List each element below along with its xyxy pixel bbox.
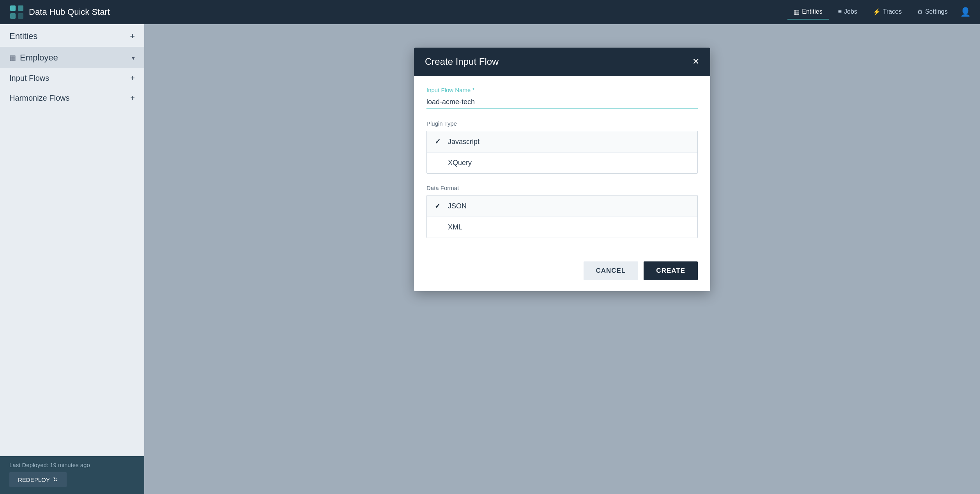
main-content: Create Input Flow ✕ Input Flow Name * Pl… xyxy=(144,24,980,494)
nav-link-entities[interactable]: ▦ Entities xyxy=(787,5,828,20)
logo-icon xyxy=(9,5,24,20)
input-flow-name-group: Input Flow Name * xyxy=(426,87,698,109)
create-button[interactable]: CREATE xyxy=(644,261,698,280)
user-icon[interactable]: 👤 xyxy=(960,7,971,17)
plugin-type-options: ✓ Javascript XQuery xyxy=(426,131,698,174)
input-flow-name-label: Input Flow Name * xyxy=(426,87,698,93)
data-format-group: Data Format ✓ JSON XML xyxy=(426,185,698,238)
traces-icon: ⚡ xyxy=(873,8,881,16)
deploy-time: Last Deployed: 19 minutes ago xyxy=(9,462,135,468)
entities-icon: ▦ xyxy=(794,8,800,16)
refresh-icon: ↻ xyxy=(53,476,58,483)
data-format-label: Data Format xyxy=(426,185,698,191)
svg-rect-1 xyxy=(18,5,23,11)
sidebar-header: Entities + xyxy=(0,24,144,47)
nav-link-traces[interactable]: ⚡ Traces xyxy=(867,5,908,20)
xml-label: XML xyxy=(448,223,462,231)
option-json[interactable]: ✓ JSON xyxy=(427,195,697,217)
svg-rect-3 xyxy=(18,13,23,19)
nav-logo: Data Hub Quick Start xyxy=(9,5,110,20)
harmonize-flows-label: Harmonize Flows xyxy=(9,94,69,103)
add-entity-button[interactable]: + xyxy=(130,32,135,41)
svg-rect-0 xyxy=(10,5,16,11)
data-format-options: ✓ JSON XML xyxy=(426,195,698,238)
modal-title: Create Input Flow xyxy=(425,56,499,67)
redeploy-button[interactable]: REDEPLOY ↻ xyxy=(9,472,67,487)
entity-icon: ▦ xyxy=(9,53,16,62)
add-input-flow-icon[interactable]: + xyxy=(130,74,135,83)
javascript-label: Javascript xyxy=(448,138,479,146)
sidebar-item-harmonize-flows[interactable]: Harmonize Flows + xyxy=(0,88,144,108)
settings-icon: ⚙ xyxy=(917,8,923,16)
input-flows-label: Input Flows xyxy=(9,74,49,83)
nav-link-settings[interactable]: ⚙ Settings xyxy=(911,5,954,20)
sidebar-entities-title: Entities xyxy=(9,31,37,41)
cancel-button[interactable]: CANCEL xyxy=(584,261,639,280)
entity-name: Employee xyxy=(20,53,58,63)
json-check-icon: ✓ xyxy=(435,202,442,210)
nav-link-jobs[interactable]: ≡ Jobs xyxy=(832,5,863,19)
modal-body: Input Flow Name * Plugin Type ✓ Javascri… xyxy=(414,76,710,261)
sidebar-item-employee[interactable]: ▦ Employee ▾ xyxy=(0,47,144,68)
create-input-flow-modal: Create Input Flow ✕ Input Flow Name * Pl… xyxy=(414,48,710,291)
option-xquery[interactable]: XQuery xyxy=(427,153,697,173)
input-flow-name-field[interactable] xyxy=(426,96,698,109)
sidebar: Entities + ▦ Employee ▾ Input Flows + Ha… xyxy=(0,24,144,494)
modal-header: Create Input Flow ✕ xyxy=(414,48,710,76)
modal-footer: CANCEL CREATE xyxy=(414,261,710,291)
chevron-down-icon: ▾ xyxy=(132,54,135,62)
plugin-type-group: Plugin Type ✓ Javascript XQuery xyxy=(426,120,698,174)
json-label: JSON xyxy=(448,202,467,210)
option-xml[interactable]: XML xyxy=(427,217,697,238)
nav-title: Data Hub Quick Start xyxy=(29,7,110,17)
redeploy-label: REDEPLOY xyxy=(18,476,50,483)
jobs-icon: ≡ xyxy=(838,8,842,15)
javascript-check-icon: ✓ xyxy=(435,137,442,146)
option-javascript[interactable]: ✓ Javascript xyxy=(427,131,697,153)
top-nav: Data Hub Quick Start ▦ Entities ≡ Jobs ⚡… xyxy=(0,0,980,24)
sidebar-bottom: Last Deployed: 19 minutes ago REDEPLOY ↻ xyxy=(0,456,144,494)
nav-links: ▦ Entities ≡ Jobs ⚡ Traces ⚙ Settings xyxy=(787,5,954,20)
xquery-label: XQuery xyxy=(448,159,472,167)
plugin-type-label: Plugin Type xyxy=(426,120,698,127)
svg-rect-2 xyxy=(10,13,16,19)
add-harmonize-flow-icon[interactable]: + xyxy=(130,94,135,103)
modal-close-button[interactable]: ✕ xyxy=(692,57,699,66)
sidebar-item-input-flows[interactable]: Input Flows + xyxy=(0,68,144,88)
modal-overlay: Create Input Flow ✕ Input Flow Name * Pl… xyxy=(144,24,980,494)
